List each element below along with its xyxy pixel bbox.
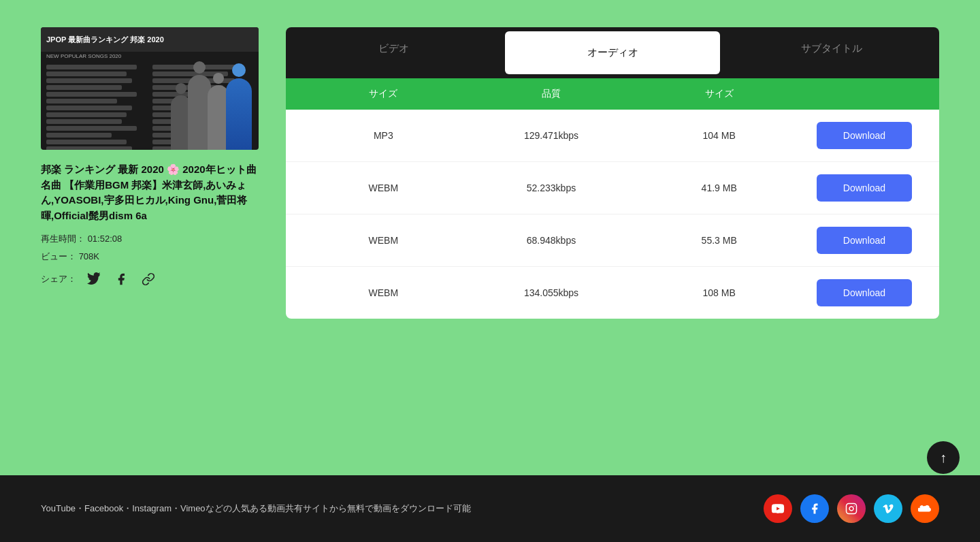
download-cell: Download [803,122,926,149]
download-cell: Download [803,174,926,202]
instagram-icon[interactable] [837,494,866,523]
tab-audio[interactable]: オーディオ [505,31,720,74]
quality-cell: 68.948kbps [468,235,636,246]
size-cell: 108 MB [635,287,803,298]
soundcloud-icon[interactable] [911,494,939,523]
left-panel: JPOP 最新曲ランキング 邦楽 2020 NEW POPULAR SONGS … [41,27,259,448]
duration-label: 再生時間： [41,234,85,244]
size-cell: 104 MB [635,130,803,141]
quality-cell: 129.471kbps [468,130,636,141]
format-cell: WEBM [299,182,468,193]
svg-rect-1 [847,504,857,514]
header-format: サイズ [299,88,468,100]
size-cell: 55.3 MB [635,235,803,246]
format-cell: WEBM [299,287,468,298]
share-row: シェア： [41,270,259,289]
table-row: WEBM 52.233kbps 41.9 MB Download [286,162,939,214]
duration-value: 01:52:08 [88,234,122,244]
footer-social-icons [764,494,939,523]
quality-cell: 134.055kbps [468,287,636,298]
footer: YouTube・Facebook・Instagram・Vimeoなどの人気ある動… [0,475,980,542]
right-panel: ビデオ オーディオ サブタイトル サイズ 品質 サイズ MP3 129.471k… [286,27,939,448]
download-button[interactable]: Download [817,122,912,149]
download-table: サイズ 品質 サイズ MP3 129.471kbps 104 MB Downlo… [286,78,939,319]
views-row: ビュー： 708K [41,251,259,263]
size-cell: 41.9 MB [635,182,803,193]
download-button[interactable]: Download [817,279,912,306]
format-cell: MP3 [299,130,468,141]
quality-cell: 52.233kbps [468,182,636,193]
tab-video[interactable]: ビデオ [286,27,501,78]
main-content: JPOP 最新曲ランキング 邦楽 2020 NEW POPULAR SONGS … [0,0,980,475]
download-button[interactable]: Download [817,174,912,202]
scroll-top-button[interactable]: ↑ [927,441,960,474]
download-cell: Download [803,227,926,254]
header-quality: 品質 [468,88,636,100]
video-thumbnail: JPOP 最新曲ランキング 邦楽 2020 NEW POPULAR SONGS … [41,27,259,150]
table-header: サイズ 品質 サイズ [286,78,939,110]
video-title: 邦楽 ランキング 最新 2020 🌸 2020年ヒット曲 名曲 【作業用BGM … [41,162,259,223]
views-value: 708K [79,251,99,261]
facebook-icon[interactable] [800,494,829,523]
share-label: シェア： [41,273,76,285]
table-row: WEBM 68.948kbps 55.3 MB Download [286,214,939,267]
table-row: MP3 129.471kbps 104 MB Download [286,110,939,162]
tab-subtitle[interactable]: サブタイトル [724,27,939,78]
facebook-share-icon[interactable] [112,270,131,289]
format-cell: WEBM [299,235,468,246]
header-size: サイズ [635,88,803,100]
twitter-share-icon[interactable] [84,270,103,289]
link-share-icon[interactable] [139,270,158,289]
views-label: ビュー： [41,251,76,261]
youtube-icon[interactable] [764,494,792,523]
vimeo-icon[interactable] [874,494,902,523]
download-cell: Download [803,279,926,306]
duration-row: 再生時間： 01:52:08 [41,233,259,245]
footer-text: YouTube・Facebook・Instagram・Vimeoなどの人気ある動… [41,500,471,516]
header-action [803,88,926,100]
table-row: WEBM 134.055kbps 108 MB Download [286,267,939,319]
download-button[interactable]: Download [817,227,912,254]
tab-bar: ビデオ オーディオ サブタイトル [286,27,939,78]
